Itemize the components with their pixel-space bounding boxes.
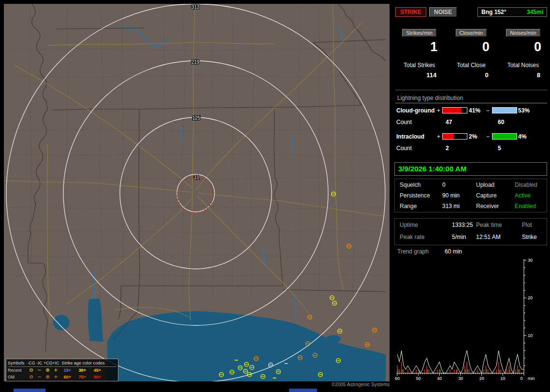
total-close-value: 0 [445, 71, 497, 79]
separator [395, 90, 547, 90]
circle-minus-icon: ⊖ [27, 368, 35, 373]
trend-header: Trend graph 60 min [392, 248, 550, 256]
svg-text:min: min [528, 376, 535, 381]
svg-text:40: 40 [437, 376, 442, 381]
settings-row: Squelch 0 Upload Disabled [395, 180, 547, 190]
noise-mode-button[interactable]: NOISE [429, 7, 457, 17]
legend-row-recent: Recent ⊖ − ⊕ + 15+ 30+ 45+ [8, 367, 116, 374]
age-75: 75+ [75, 375, 90, 379]
peak-rate-label: Peak rate [400, 234, 424, 240]
total-strikes-value: 114 [393, 71, 445, 79]
svg-text:0: 0 [520, 376, 522, 381]
strikes-per-min-button[interactable]: Strikes/min [402, 29, 436, 37]
noises-per-min-button[interactable]: Noises/min [506, 29, 540, 37]
uptime-value: 1333:25 [452, 222, 473, 228]
copyright-text: ©2005 Astrogenic Systems [332, 382, 390, 387]
noises-per-min-value: 0 [497, 40, 549, 54]
legend-col-pic: +IC [52, 361, 60, 365]
upload-status: Disabled [515, 182, 537, 188]
svg-text:31: 31 [194, 175, 200, 180]
svg-text:10: 10 [528, 333, 533, 338]
intracloud-row: Intracloud + 2% − 4% [392, 133, 550, 141]
persistence-value: 90 min [442, 192, 460, 199]
peak-rate-value: 5/min [452, 234, 466, 240]
age-90: 90+ [90, 375, 105, 379]
svg-text:30: 30 [528, 258, 533, 263]
rate-buttons-row: Strikes/min Close/min Noises/min [393, 29, 549, 37]
plus-icon: + [52, 375, 60, 379]
cloud-ground-row: Cloud-ground + 41% − 53% [392, 107, 550, 115]
close-per-min-button[interactable]: Close/min [456, 29, 487, 37]
status-panel: STRIKE NOISE Bng 152° 345mi Strikes/min … [392, 0, 550, 392]
ic-plus-bar [442, 133, 467, 140]
legend-symbols-header: Symbols [8, 361, 27, 365]
plus-sign: + [437, 133, 440, 140]
legend-col-pcg: +CG [43, 361, 52, 365]
strike-mode-button[interactable]: STRIKE [395, 7, 426, 17]
age-30: 30+ [75, 368, 90, 373]
cg-minus-percent: 53% [518, 107, 530, 114]
cg-plus-bar [442, 107, 467, 113]
cg-minus-count: 60 [498, 119, 504, 126]
range-value: 313 mi [442, 203, 460, 210]
count-label: Count [396, 145, 412, 152]
map-canvas: 31321912531 [4, 4, 390, 381]
svg-text:219: 219 [191, 59, 200, 65]
cg-plus-percent: 41% [469, 107, 480, 114]
stats-row: Peak rate 5/min 12:51 AM Strike [395, 232, 547, 243]
taskbar-fragment [289, 389, 317, 392]
svg-text:60: 60 [395, 376, 400, 381]
minus-icon: − [35, 375, 43, 379]
stats-row: Uptime 1333:25 Peak time Plot [395, 220, 547, 231]
circle-minus-icon: ⊖ [27, 375, 35, 379]
distribution-title: Lightning type distribution [395, 95, 547, 103]
minus-sign: − [486, 133, 490, 140]
squelch-value: 0 [442, 182, 446, 188]
circle-plus-icon: ⊕ [43, 375, 52, 379]
svg-text:50: 50 [416, 376, 421, 381]
cg-minus-bar [492, 107, 517, 113]
total-close-label: Total Close [445, 62, 497, 69]
age-60: 60+ [60, 375, 75, 379]
strikes-per-min-value: 1 [393, 40, 445, 54]
receiver-status: Enabled [515, 203, 536, 210]
legend-old-label: Old [8, 375, 27, 379]
legend-header: Symbols -CG -IC +CG +IC Strike age color… [8, 360, 116, 367]
plus-sign: + [437, 107, 440, 114]
plot-value: Strike [522, 234, 537, 240]
uptime-label: Uptime [400, 222, 418, 228]
ic-minus-bar [492, 133, 517, 140]
close-per-min-value: 0 [445, 40, 497, 54]
ic-plus-percent: 2% [469, 133, 477, 140]
plot-label: Plot [522, 222, 532, 228]
range-label: Range [400, 203, 417, 210]
ic-minus-percent: 4% [518, 133, 526, 140]
squelch-label: Squelch [400, 182, 420, 188]
minus-sign: − [486, 107, 490, 114]
minus-icon: − [35, 368, 43, 373]
receiver-label: Receiver [476, 203, 499, 210]
map-legend: Symbols -CG -IC +CG +IC Strike age color… [6, 359, 118, 381]
age-45: 45+ [90, 368, 105, 373]
capture-status: Active [515, 192, 531, 199]
ic-minus-count: 5 [498, 145, 501, 152]
count-label: Count [396, 119, 412, 126]
plus-icon: + [52, 368, 60, 373]
settings-box: Squelch 0 Upload Disabled Persistence 90… [394, 179, 547, 212]
bearing-label: Bng 152° [481, 9, 506, 15]
cg-count-row: Count 47 60 [392, 119, 550, 126]
bearing-distance: 345mi [527, 9, 543, 15]
svg-text:10: 10 [500, 376, 505, 381]
legend-col-ncg: -CG [27, 361, 35, 365]
totals-values-row: 114 0 8 [393, 71, 549, 79]
lightning-map[interactable]: 31321912531 Symbols -CG -IC +CG +IC Stri… [4, 4, 390, 381]
upload-label: Upload [476, 182, 494, 188]
svg-text:20: 20 [528, 295, 533, 300]
capture-label: Capture [476, 192, 497, 199]
datetime-display: 3/9/2026 1:40:00 AM [394, 162, 547, 176]
ic-plus-count: 2 [446, 145, 449, 152]
total-strikes-label: Total Strikes [393, 62, 445, 69]
intracloud-label: Intracloud [396, 133, 424, 140]
totals-labels-row: Total Strikes Total Close Total Noises [393, 62, 549, 69]
legend-col-nic: -IC [35, 361, 43, 365]
